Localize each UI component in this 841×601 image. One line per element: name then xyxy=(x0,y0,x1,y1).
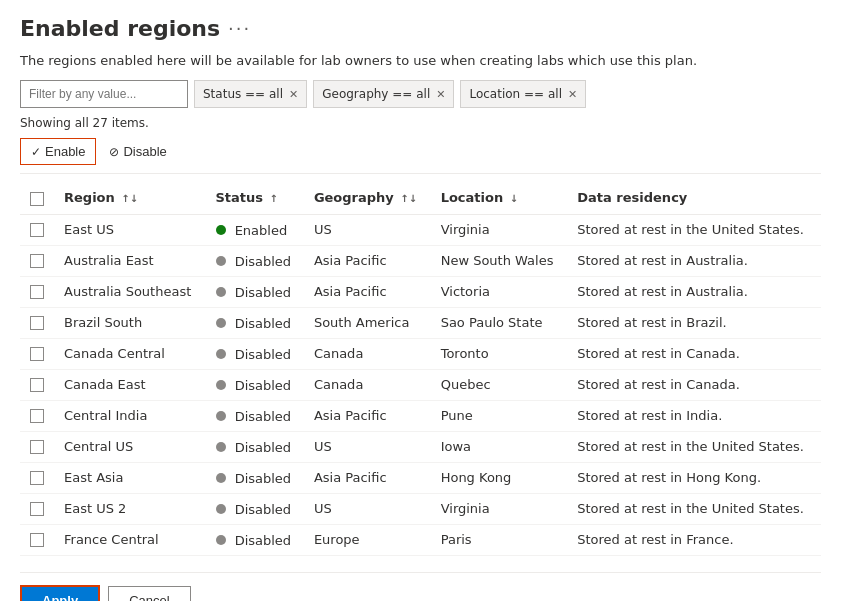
row-checkbox-cell-5[interactable] xyxy=(20,369,54,400)
cell-region-8: East Asia xyxy=(54,462,206,493)
cell-status-6: Disabled xyxy=(206,400,304,431)
check-icon: ✓ xyxy=(31,145,41,159)
status-dot-2 xyxy=(216,287,226,297)
status-dot-10 xyxy=(216,535,226,545)
geography-filter-remove[interactable]: ✕ xyxy=(436,88,445,101)
cell-data-residency-10: Stored at rest in France. xyxy=(567,524,821,555)
enable-button[interactable]: ✓ Enable xyxy=(20,138,96,165)
cell-region-5: Canada East xyxy=(54,369,206,400)
col-header-region[interactable]: Region ↑↓ xyxy=(54,182,206,214)
cell-status-9: Disabled xyxy=(206,493,304,524)
status-label-3: Disabled xyxy=(235,316,291,331)
cell-geography-0: US xyxy=(304,214,431,245)
region-sort-icon: ↑↓ xyxy=(121,193,138,204)
apply-button[interactable]: Apply xyxy=(20,585,100,602)
status-dot-6 xyxy=(216,411,226,421)
cell-region-4: Canada Central xyxy=(54,338,206,369)
row-checkbox-5[interactable] xyxy=(30,378,44,392)
table-row: Canada East Disabled Canada Quebec Store… xyxy=(20,369,821,400)
table-body: East US Enabled US Virginia Stored at re… xyxy=(20,214,821,555)
cell-data-residency-0: Stored at rest in the United States. xyxy=(567,214,821,245)
status-filter-tag: Status == all ✕ xyxy=(194,80,307,108)
row-checkbox-cell-3[interactable] xyxy=(20,307,54,338)
row-checkbox-3[interactable] xyxy=(30,316,44,330)
cell-geography-2: Asia Pacific xyxy=(304,276,431,307)
cell-location-9: Virginia xyxy=(431,493,568,524)
page-title: Enabled regions xyxy=(20,16,220,41)
cell-location-10: Paris xyxy=(431,524,568,555)
row-checkbox-cell-4[interactable] xyxy=(20,338,54,369)
location-filter-remove[interactable]: ✕ xyxy=(568,88,577,101)
filter-input[interactable] xyxy=(20,80,188,108)
status-dot-7 xyxy=(216,442,226,452)
row-checkbox-cell-8[interactable] xyxy=(20,462,54,493)
table-row: Brazil South Disabled South America Sao … xyxy=(20,307,821,338)
row-checkbox-9[interactable] xyxy=(30,502,44,516)
row-checkbox-cell-2[interactable] xyxy=(20,276,54,307)
row-checkbox-6[interactable] xyxy=(30,409,44,423)
status-label-2: Disabled xyxy=(235,285,291,300)
status-filter-remove[interactable]: ✕ xyxy=(289,88,298,101)
cell-region-6: Central India xyxy=(54,400,206,431)
cell-geography-3: South America xyxy=(304,307,431,338)
table-row: Canada Central Disabled Canada Toronto S… xyxy=(20,338,821,369)
table-row: France Central Disabled Europe Paris Sto… xyxy=(20,524,821,555)
regions-table-container: Region ↑↓ Status ↑ Geography ↑↓ Location… xyxy=(20,182,821,556)
status-dot-9 xyxy=(216,504,226,514)
row-checkbox-8[interactable] xyxy=(30,471,44,485)
cell-region-7: Central US xyxy=(54,431,206,462)
cell-region-0: East US xyxy=(54,214,206,245)
row-checkbox-cell-7[interactable] xyxy=(20,431,54,462)
select-all-header[interactable] xyxy=(20,182,54,214)
row-checkbox-cell-6[interactable] xyxy=(20,400,54,431)
cell-geography-5: Canada xyxy=(304,369,431,400)
toolbar: ✓ Enable ⊘ Disable xyxy=(20,138,821,174)
row-checkbox-cell-10[interactable] xyxy=(20,524,54,555)
geography-sort-icon: ↑↓ xyxy=(400,193,417,204)
col-header-status[interactable]: Status ↑ xyxy=(206,182,304,214)
select-all-checkbox[interactable] xyxy=(30,192,44,206)
cell-location-5: Quebec xyxy=(431,369,568,400)
table-row: Central India Disabled Asia Pacific Pune… xyxy=(20,400,821,431)
row-checkbox-0[interactable] xyxy=(30,223,44,237)
row-checkbox-1[interactable] xyxy=(30,254,44,268)
row-checkbox-4[interactable] xyxy=(30,347,44,361)
row-checkbox-10[interactable] xyxy=(30,533,44,547)
cell-status-10: Disabled xyxy=(206,524,304,555)
status-label-0: Enabled xyxy=(235,223,288,238)
cell-data-residency-3: Stored at rest in Brazil. xyxy=(567,307,821,338)
more-options-button[interactable]: ··· xyxy=(228,18,251,39)
cell-geography-10: Europe xyxy=(304,524,431,555)
cell-status-0: Enabled xyxy=(206,214,304,245)
table-header-row: Region ↑↓ Status ↑ Geography ↑↓ Location… xyxy=(20,182,821,214)
status-dot-5 xyxy=(216,380,226,390)
status-label-4: Disabled xyxy=(235,347,291,362)
row-checkbox-7[interactable] xyxy=(30,440,44,454)
table-row: Australia East Disabled Asia Pacific New… xyxy=(20,245,821,276)
status-dot-8 xyxy=(216,473,226,483)
row-checkbox-2[interactable] xyxy=(30,285,44,299)
cell-status-2: Disabled xyxy=(206,276,304,307)
cell-region-1: Australia East xyxy=(54,245,206,276)
cell-data-residency-5: Stored at rest in Canada. xyxy=(567,369,821,400)
cell-data-residency-6: Stored at rest in India. xyxy=(567,400,821,431)
col-header-location[interactable]: Location ↓ xyxy=(431,182,568,214)
disable-button[interactable]: ⊘ Disable xyxy=(98,138,177,165)
cell-location-7: Iowa xyxy=(431,431,568,462)
status-dot-3 xyxy=(216,318,226,328)
status-label-5: Disabled xyxy=(235,378,291,393)
row-checkbox-cell-9[interactable] xyxy=(20,493,54,524)
cell-geography-4: Canada xyxy=(304,338,431,369)
table-row: Australia Southeast Disabled Asia Pacifi… xyxy=(20,276,821,307)
status-label-9: Disabled xyxy=(235,502,291,517)
status-label-10: Disabled xyxy=(235,533,291,548)
cell-status-3: Disabled xyxy=(206,307,304,338)
row-checkbox-cell-0[interactable] xyxy=(20,214,54,245)
col-header-geography[interactable]: Geography ↑↓ xyxy=(304,182,431,214)
showing-count: Showing all 27 items. xyxy=(20,116,821,130)
cell-status-5: Disabled xyxy=(206,369,304,400)
status-dot-4 xyxy=(216,349,226,359)
cell-location-8: Hong Kong xyxy=(431,462,568,493)
cancel-button[interactable]: Cancel xyxy=(108,586,190,602)
row-checkbox-cell-1[interactable] xyxy=(20,245,54,276)
